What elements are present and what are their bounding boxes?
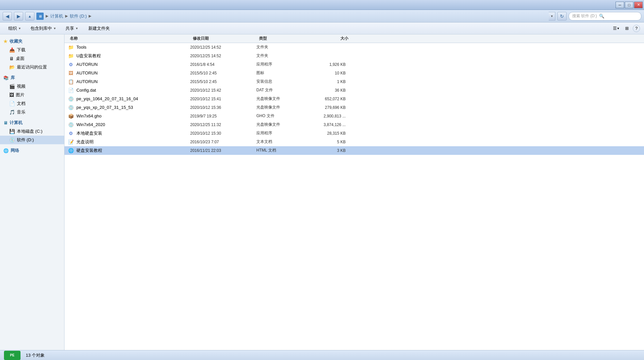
file-type: 光盘映像文件: [256, 96, 309, 102]
sidebar-item-c-drive[interactable]: 💾 本地磁盘 (C:): [0, 127, 64, 136]
include-arrow: ▼: [53, 27, 56, 30]
col-header-type[interactable]: 类型: [259, 36, 312, 41]
back-button[interactable]: ◀: [3, 12, 12, 21]
file-size: 2,900,813 ...: [309, 114, 352, 118]
table-row[interactable]: 🌐 硬盘安装教程 2016/11/21 22:03 HTML 文档 3 KB: [64, 146, 644, 155]
address-bar: ◀ ▶ ▲ 🖥 ▶ 计算机 ▶ 软件 (D:) ▶ ▼ ↻ 搜索 软件 (D:)…: [0, 10, 644, 22]
sidebar-item-d-drive[interactable]: 💿 软件 (D:): [0, 136, 64, 144]
favorites-section: ★ 收藏夹 📥 下载 🖥 桌面 📂 最近访问的位置: [0, 37, 64, 71]
file-type: 光盘映像文件: [256, 105, 309, 110]
sidebar-item-video[interactable]: 🎬 视频: [0, 82, 64, 91]
file-type: DAT 文件: [256, 87, 309, 93]
file-type-icon: 💿: [67, 96, 74, 102]
network-header[interactable]: 🌐 网络: [0, 146, 64, 155]
col-header-date[interactable]: 修改日期: [193, 36, 259, 41]
drive-label[interactable]: 软件 (D:): [70, 13, 87, 19]
video-icon: 🎬: [9, 84, 15, 89]
file-date: 2016/1/8 4:54: [190, 62, 256, 67]
pictures-label: 图片: [16, 92, 24, 98]
file-date: 2015/5/10 2:45: [190, 71, 256, 75]
file-size: 279,696 KB: [309, 105, 352, 110]
address-dropdown[interactable]: ▼: [549, 12, 555, 21]
file-size: 652,072 KB: [309, 97, 352, 101]
sidebar-item-pictures[interactable]: 🖼 图片: [0, 91, 64, 99]
computer-section-label: 计算机: [10, 120, 22, 126]
pictures-icon: 🖼: [9, 92, 14, 98]
table-row[interactable]: 💿 pe_yqs_xp_20_07_31_15_53 2020/10/12 15…: [64, 103, 644, 112]
window-controls: ─ □ ✕: [616, 2, 643, 8]
search-icon: 🔍: [599, 14, 604, 19]
downloads-icon: 📥: [9, 47, 15, 53]
file-name: U盘安装教程: [74, 53, 190, 59]
sidebar: ★ 收藏夹 📥 下载 🖥 桌面 📂 最近访问的位置 📚 库: [0, 34, 64, 350]
table-row[interactable]: 💿 Win7x64_2020 2020/12/25 11:32 光盘映像文件 3…: [64, 120, 644, 129]
preview-button[interactable]: ⊞: [622, 24, 631, 33]
close-button[interactable]: ✕: [634, 2, 643, 8]
refresh-button[interactable]: ↻: [557, 12, 567, 21]
file-type: 图标: [256, 70, 309, 76]
favorites-star-icon: ★: [3, 39, 8, 44]
status-bar: PE 13 个对象: [0, 350, 644, 360]
computer-header[interactable]: 🖥 计算机: [0, 118, 64, 127]
file-name: pe_yqs_xp_20_07_31_15_53: [74, 105, 190, 110]
table-row[interactable]: 📦 Win7x64.gho 2019/9/7 19:25 GHO 文件 2,90…: [64, 112, 644, 120]
col-header-name[interactable]: 名称: [67, 36, 193, 41]
file-type: 文件夹: [256, 44, 309, 50]
help-button[interactable]: ?: [633, 25, 640, 32]
share-button[interactable]: 共享 ▼: [61, 24, 83, 33]
file-name: AUTORUN: [74, 62, 190, 67]
new-folder-button[interactable]: 新建文件夹: [83, 24, 115, 33]
table-row[interactable]: 📋 AUTORUN 2015/5/10 2:45 安装信息 1 KB: [64, 77, 644, 86]
favorites-label: 收藏夹: [10, 38, 22, 44]
file-type: 光盘映像文件: [256, 122, 309, 127]
table-row[interactable]: 📄 Config.dat 2020/10/12 15:42 DAT 文件 36 …: [64, 86, 644, 95]
table-row[interactable]: ⚙ AUTORUN 2016/1/8 4:54 应用程序 1,926 KB: [64, 60, 644, 69]
preview-icon: ⊞: [625, 26, 629, 31]
table-row[interactable]: ⚙ 本地硬盘安装 2020/10/12 15:30 应用程序 28,315 KB: [64, 129, 644, 138]
library-header[interactable]: 📚 库: [0, 73, 64, 82]
maximize-button[interactable]: □: [625, 2, 633, 8]
view-dropdown-icon: ▼: [617, 27, 620, 30]
sidebar-item-downloads[interactable]: 📥 下载: [0, 46, 64, 54]
table-row[interactable]: 📁 U盘安装教程 2020/12/25 14:52 文件夹: [64, 52, 644, 60]
c-drive-icon: 💾: [9, 129, 15, 134]
downloads-label: 下载: [17, 47, 25, 53]
computer-label[interactable]: 计算机: [50, 13, 63, 19]
sidebar-item-documents[interactable]: 📄 文档: [0, 99, 64, 108]
favorites-header[interactable]: ★ 收藏夹: [0, 37, 64, 46]
toolbar-right: ☰ ▼ ⊞ ?: [612, 24, 640, 33]
file-name: AUTORUN: [74, 79, 190, 84]
library-section: 📚 库 🎬 视频 🖼 图片 📄 文档 🎵 音乐: [0, 73, 64, 116]
help-icon: ?: [635, 26, 637, 31]
table-row[interactable]: 📁 Tools 2020/12/25 14:52 文件夹: [64, 43, 644, 52]
file-date: 2015/5/10 2:45: [190, 79, 256, 84]
music-label: 音乐: [17, 109, 25, 115]
sidebar-item-recent[interactable]: 📂 最近访问的位置: [0, 63, 64, 71]
computer-section-icon: 🖥: [3, 120, 8, 125]
table-row[interactable]: 📝 光盘说明 2016/10/23 7:07 文本文档 5 KB: [64, 138, 644, 146]
forward-button[interactable]: ▶: [14, 12, 23, 21]
recent-icon: 📂: [9, 65, 15, 70]
file-name: 光盘说明: [74, 139, 190, 145]
d-drive-label: 软件 (D:): [17, 137, 34, 143]
file-type: 应用程序: [256, 62, 309, 67]
file-date: 2016/10/23 7:07: [190, 140, 256, 144]
minimize-button[interactable]: ─: [616, 2, 624, 8]
include-library-button[interactable]: 包含到库中 ▼: [26, 24, 61, 33]
organize-button[interactable]: 组织 ▼: [4, 24, 25, 33]
sidebar-item-music[interactable]: 🎵 音乐: [0, 108, 64, 116]
search-box[interactable]: 搜索 软件 (D:) 🔍: [569, 12, 641, 21]
c-drive-label: 本地磁盘 (C:): [17, 128, 42, 134]
up-button[interactable]: ▲: [25, 12, 34, 21]
table-row[interactable]: 💿 pe_yqs_1064_20_07_31_16_04 2020/10/12 …: [64, 95, 644, 103]
view-toggle-button[interactable]: ☰ ▼: [612, 24, 621, 33]
organize-arrow: ▼: [18, 27, 21, 30]
sidebar-item-desktop[interactable]: 🖥 桌面: [0, 54, 64, 63]
file-name: AUTORUN: [74, 70, 190, 75]
file-name: pe_yqs_1064_20_07_31_16_04: [74, 96, 190, 101]
file-size: 1 KB: [309, 79, 352, 84]
col-header-size[interactable]: 大小: [312, 36, 355, 41]
path-sep-3: ▶: [89, 14, 91, 18]
documents-icon: 📄: [9, 101, 15, 106]
table-row[interactable]: 🖼 AUTORUN 2015/5/10 2:45 图标 10 KB: [64, 69, 644, 77]
